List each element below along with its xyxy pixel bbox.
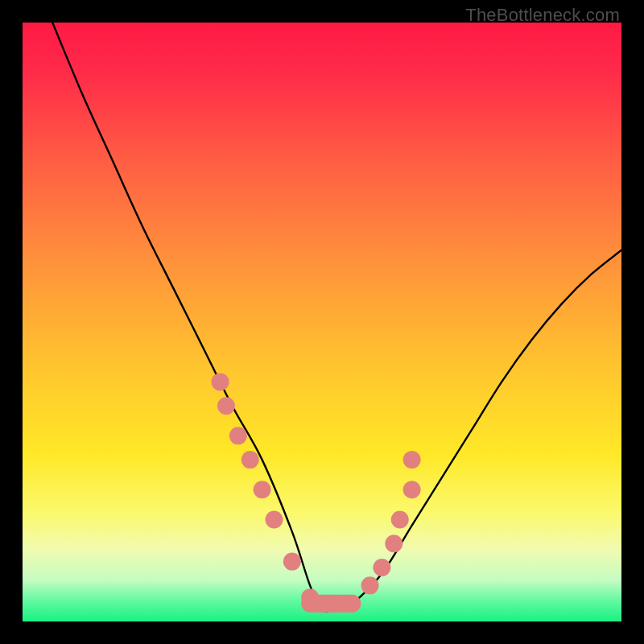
plot-area xyxy=(23,23,621,621)
marker-dot xyxy=(325,595,343,613)
marker-dot xyxy=(229,427,247,444)
marker-dot xyxy=(254,481,271,498)
bottleneck-curve xyxy=(52,23,621,612)
marker-dot xyxy=(265,511,283,529)
marker-dot xyxy=(373,559,390,576)
marker-dot xyxy=(403,481,421,498)
marker-dot xyxy=(212,373,229,390)
marker-dot xyxy=(385,535,402,552)
highlight-markers xyxy=(212,373,421,612)
marker-dot xyxy=(343,595,361,613)
marker-dot xyxy=(391,511,409,529)
marker-dot xyxy=(217,397,235,415)
marker-dot xyxy=(361,576,379,594)
curve-layer xyxy=(23,23,621,621)
chart-frame: TheBottleneck.com xyxy=(0,0,644,644)
marker-dot xyxy=(283,553,301,571)
marker-dot xyxy=(403,451,421,469)
marker-dot xyxy=(242,451,259,469)
